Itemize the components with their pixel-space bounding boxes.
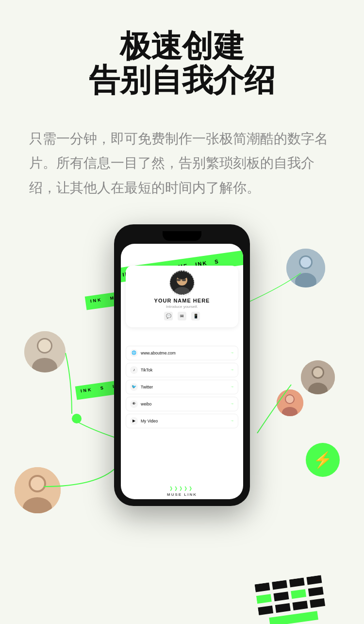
- phone-icon: 📱: [191, 312, 200, 320]
- phone-bottom-label: MUSE LINK: [121, 492, 243, 497]
- stripe-decoration: [255, 573, 338, 624]
- link-item-website[interactable]: 🌐 www.aboutme.com →: [126, 346, 238, 360]
- svg-point-11: [286, 395, 294, 403]
- svg-point-3: [300, 257, 311, 268]
- link-item-video[interactable]: ▶ My Video →: [126, 414, 238, 428]
- card-avatar: [170, 270, 194, 295]
- green-dot: [72, 414, 82, 423]
- ring-text: [170, 270, 194, 295]
- card-icons: 💬 ✉ 📱: [132, 312, 232, 320]
- header-section: 极速创建 告别自我介绍: [0, 0, 364, 117]
- avatar-top-right: [286, 249, 325, 287]
- phone-chevrons: 》》》》》: [170, 486, 194, 492]
- card-username: YOUR NAME HERE: [132, 298, 232, 304]
- svg-point-15: [38, 339, 51, 352]
- card-intro: Introduce yourself.: [132, 304, 232, 309]
- chat-icon: 💬: [164, 312, 173, 320]
- link-arrow-twitter: →: [230, 385, 234, 389]
- title-line1: 极速创建: [29, 29, 335, 63]
- link-label-tiktok: TikTok: [141, 368, 230, 372]
- link-label-website: www.aboutme.com: [141, 351, 230, 355]
- mail-icon: ✉: [178, 312, 186, 320]
- link-label-twitter: Twitter: [141, 385, 230, 389]
- link-arrow-weibo: →: [230, 402, 234, 406]
- phone-card: YOUR NAME HERE Introduce yourself. 💬 ✉ 📱: [126, 266, 238, 327]
- phone-notch: [163, 231, 201, 241]
- main-title: 极速创建 告别自我介绍: [29, 29, 335, 98]
- avatar-bottom-left: [15, 467, 61, 513]
- tiktok-icon: ♪: [130, 366, 138, 374]
- link-item-tiktok[interactable]: ♪ TikTok →: [126, 363, 238, 377]
- avatar-left: [24, 331, 66, 372]
- link-item-twitter[interactable]: 🐦 Twitter →: [126, 380, 238, 394]
- link-arrow-video: →: [230, 419, 234, 423]
- phone-frame: INK ME INK ME INK S: [114, 224, 250, 506]
- phone-screen: INK ME INK ME INK S: [121, 244, 243, 499]
- link-arrow-tiktok: →: [230, 368, 234, 372]
- phone-area: INK ME INK ME INK S INK S: [0, 210, 364, 624]
- video-icon: ▶: [130, 417, 138, 425]
- weibo-icon: 👁: [130, 400, 138, 408]
- link-label-video: My Video: [141, 419, 230, 423]
- link-arrow-website: →: [230, 351, 234, 355]
- svg-point-19: [31, 477, 44, 490]
- sub-description: 只需一分钟，即可免费制作一张极简潮酷的数字名片。所有信息一目了然，告别繁琐刻板的…: [0, 117, 364, 200]
- svg-point-7: [313, 368, 323, 377]
- avatar-mid-right-2: [277, 389, 303, 416]
- globe-icon: 🌐: [130, 349, 138, 357]
- link-item-weibo[interactable]: 👁 weibo →: [126, 397, 238, 411]
- lightning-circle: ⚡: [306, 443, 340, 477]
- links-list: 🌐 www.aboutme.com → ♪ TikTok → 🐦 Twitter…: [126, 346, 238, 431]
- title-line2: 告别自我介绍: [29, 63, 335, 97]
- twitter-icon: 🐦: [130, 383, 138, 391]
- link-label-weibo: weibo: [141, 402, 230, 406]
- avatar-mid-right-1: [301, 360, 335, 394]
